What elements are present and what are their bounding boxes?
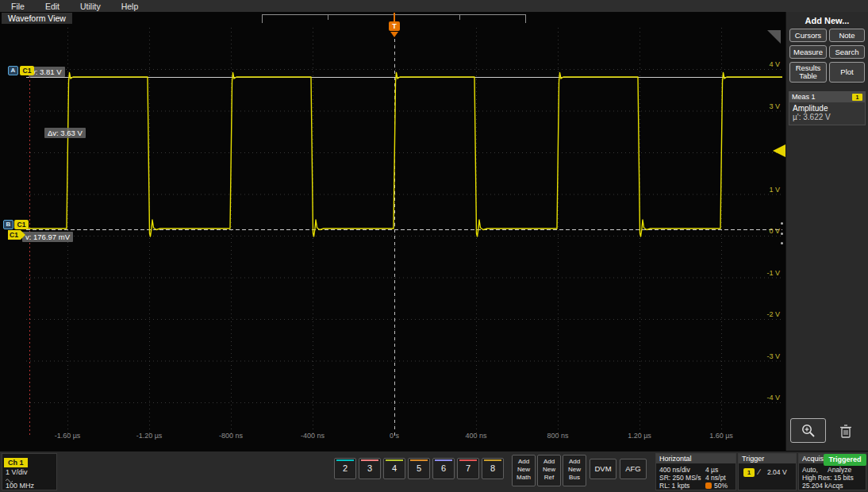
meas1-mean: µ': 3.622 V <box>793 113 862 121</box>
acquisition-detail: High Res: 15 bits <box>802 474 854 482</box>
oscilloscope-app: File Edit Utility Help <box>0 0 868 492</box>
channel-6-color <box>435 459 452 461</box>
cursor-delta-readout: Δv: 3.63 V <box>44 128 86 138</box>
add-math-line3: Math <box>513 474 535 482</box>
trash-icon <box>839 423 853 439</box>
horizontal-title: Horizontal <box>656 454 735 463</box>
meas1-source-chip: 1 <box>852 94 862 101</box>
menu-bar: File Edit Utility Help <box>0 0 868 12</box>
y-axis-label: -3 V <box>766 352 780 360</box>
channel-8-color <box>484 459 501 461</box>
zoom-mode-button[interactable] <box>790 418 826 443</box>
horizontal-record-length: RL: 1 kpts <box>659 482 689 490</box>
add-new-ref-button[interactable]: Add New Ref <box>537 455 561 486</box>
meas1-name: Amplitude <box>793 104 862 113</box>
y-axis-label: -1 V <box>766 269 780 277</box>
menu-help[interactable]: Help <box>121 2 139 11</box>
channel-7-button[interactable]: 7 <box>457 458 479 479</box>
trigger-status-badge: Triggered <box>824 454 866 466</box>
ruler-tick <box>525 15 526 23</box>
trigger-level-arrow[interactable] <box>773 144 785 157</box>
dvm-button[interactable]: DVM <box>590 459 616 479</box>
menu-file[interactable]: File <box>11 2 25 11</box>
panel-splitter-handle[interactable] <box>780 222 784 244</box>
channel-6-label: 6 <box>441 463 446 473</box>
note-button[interactable]: Note <box>829 29 865 42</box>
cursor-a-badge[interactable]: A <box>8 66 18 75</box>
menu-edit[interactable]: Edit <box>45 2 60 11</box>
trigger-marker-arrow-icon <box>390 32 398 37</box>
x-axis-label: -800 ns <box>203 432 259 440</box>
horizontal-badge-panel[interactable]: Horizontal 400 ns/div 4 µs SR: 250 MS/s … <box>655 453 736 490</box>
horizontal-position-icon <box>705 482 712 489</box>
add-bus-line2: New <box>563 466 586 474</box>
add-ref-line3: Ref <box>538 474 560 482</box>
settings-bar: Ch 1 1 V/div 100 MHz 2 3 4 5 6 7 <box>0 451 868 492</box>
channel-4-button[interactable]: 4 <box>383 458 405 479</box>
search-button[interactable]: Search <box>829 45 865 59</box>
x-axis-label: -1.20 µs <box>121 432 177 440</box>
waveform-view-tab[interactable]: Waveform View <box>2 13 72 24</box>
channel-2-button[interactable]: 2 <box>334 458 356 479</box>
add-new-panel: Add New... Cursors Note Measure Search R… <box>785 12 868 451</box>
meas1-body: Amplitude µ': 3.622 V <box>789 102 865 125</box>
ruler-tick <box>459 15 460 20</box>
horizontal-window: 4 µs <box>705 466 718 474</box>
add-new-bus-button[interactable]: Add New Bus <box>563 455 586 486</box>
ch1-badge-panel[interactable]: Ch 1 1 V/div 100 MHz <box>2 453 57 490</box>
y-axis-label: 4 V <box>769 60 780 68</box>
trigger-position-marker[interactable]: T <box>389 21 400 31</box>
graticule <box>26 28 782 436</box>
x-axis-label: 0 s <box>367 432 422 440</box>
add-new-title: Add New... <box>786 16 868 25</box>
channel-5-button[interactable]: 5 <box>408 458 430 479</box>
trash-button[interactable] <box>832 420 859 442</box>
coupling-icon <box>6 476 56 482</box>
channel-2-color <box>336 459 354 461</box>
y-axis-label: 0 V <box>769 227 780 235</box>
y-axis-label: -2 V <box>766 310 780 318</box>
results-table-button[interactable]: Results Table <box>789 62 827 83</box>
cursor-b-readout: v: 176.97 mV <box>22 232 73 242</box>
x-axis-label: 1.60 µs <box>693 432 749 440</box>
horizontal-resolution: 4 ns/pt <box>705 474 726 482</box>
channel-5-label: 5 <box>417 463 421 473</box>
waveform-plot[interactable] <box>0 12 785 451</box>
add-math-line2: New <box>513 466 535 474</box>
x-axis-label: 400 ns <box>448 432 504 440</box>
horizontal-scale: 400 ns/div <box>659 466 690 474</box>
ruler-tick <box>262 15 263 23</box>
afg-button[interactable]: AFG <box>620 459 647 479</box>
cursor-b-badge[interactable]: B <box>3 220 13 229</box>
acquisition-mode: Auto, <box>802 466 818 474</box>
horizontal-sample-rate: SR: 250 MS/s <box>659 474 701 482</box>
measure-button[interactable]: Measure <box>789 45 827 59</box>
x-axis-label: -400 ns <box>285 432 340 440</box>
channel-4-color <box>386 459 403 461</box>
x-axis-label: -1.60 µs <box>40 432 95 440</box>
add-ref-line1: Add <box>538 458 560 466</box>
ruler-tick <box>328 15 328 20</box>
meas1-badge-panel[interactable]: Meas 1 1 Amplitude µ': 3.622 V <box>789 91 866 125</box>
meas1-title: Meas 1 <box>792 93 816 101</box>
add-ref-line2: New <box>538 466 560 474</box>
plot-button[interactable]: Plot <box>829 62 865 83</box>
channel-6-button[interactable]: 6 <box>432 458 455 479</box>
horizontal-position: 50% <box>705 482 728 490</box>
ch1-label: Ch 1 <box>4 458 28 467</box>
cursor-a-channel-badge[interactable]: C1 <box>20 66 34 75</box>
x-axis-label: 800 ns <box>530 432 586 440</box>
add-new-math-button[interactable]: Add New Math <box>512 455 536 486</box>
channel-8-button[interactable]: 8 <box>482 458 504 479</box>
cursors-button[interactable]: Cursors <box>789 29 827 42</box>
channel-3-color <box>361 459 378 461</box>
add-bus-line1: Add <box>563 458 586 466</box>
menu-utility[interactable]: Utility <box>80 2 101 11</box>
y-axis-label: -4 V <box>766 394 780 402</box>
cursor-b-channel-badge[interactable]: C1 <box>14 220 29 229</box>
trigger-slope-icon: ∕ <box>759 467 760 476</box>
trigger-badge-panel[interactable]: Trigger 1 ∕ 2.04 V <box>738 453 797 490</box>
channel-3-button[interactable]: 3 <box>359 458 381 479</box>
channel-8-label: 8 <box>490 463 495 473</box>
ch1-trace[interactable] <box>26 73 782 237</box>
